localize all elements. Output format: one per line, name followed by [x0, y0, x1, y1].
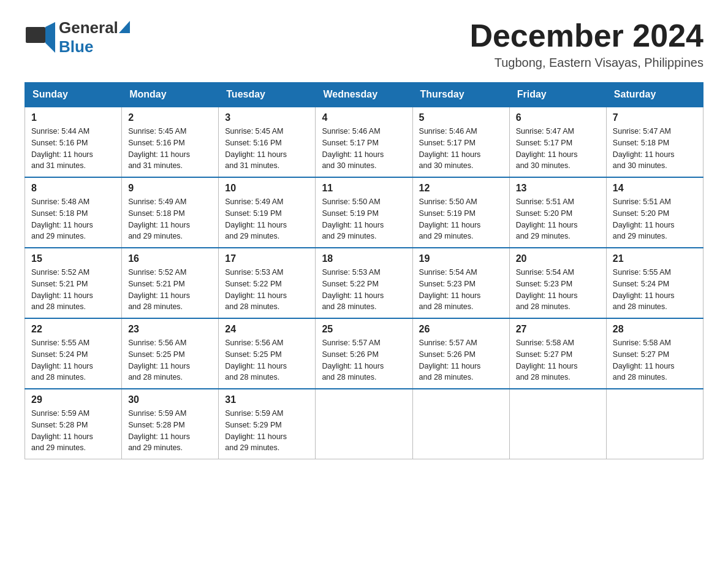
calendar-cell: 25Sunrise: 5:57 AMSunset: 5:26 PMDayligh…	[316, 318, 412, 389]
calendar-cell: 11Sunrise: 5:50 AMSunset: 5:19 PMDayligh…	[316, 177, 412, 248]
calendar-cell: 28Sunrise: 5:58 AMSunset: 5:27 PMDayligh…	[606, 318, 703, 389]
day-number: 5	[419, 112, 503, 123]
day-info: Sunrise: 5:54 AMSunset: 5:23 PMDaylight:…	[516, 267, 600, 313]
day-info: Sunrise: 5:57 AMSunset: 5:26 PMDaylight:…	[322, 337, 406, 383]
calendar-week-row: 1Sunrise: 5:44 AMSunset: 5:16 PMDaylight…	[25, 107, 703, 177]
day-info: Sunrise: 5:49 AMSunset: 5:18 PMDaylight:…	[128, 196, 212, 242]
calendar-week-row: 29Sunrise: 5:59 AMSunset: 5:28 PMDayligh…	[25, 389, 703, 459]
day-info: Sunrise: 5:44 AMSunset: 5:16 PMDaylight:…	[31, 126, 115, 172]
day-number: 7	[613, 112, 697, 123]
calendar-cell	[606, 389, 703, 459]
calendar-cell: 30Sunrise: 5:59 AMSunset: 5:28 PMDayligh…	[122, 389, 219, 459]
day-info: Sunrise: 5:54 AMSunset: 5:23 PMDaylight:…	[419, 267, 503, 313]
calendar-cell: 2Sunrise: 5:45 AMSunset: 5:16 PMDaylight…	[122, 107, 219, 177]
calendar-cell	[509, 389, 606, 459]
day-number: 11	[322, 183, 406, 194]
calendar-cell: 13Sunrise: 5:51 AMSunset: 5:20 PMDayligh…	[509, 177, 606, 248]
title-section: December 2024 Tugbong, Eastern Visayas, …	[469, 18, 703, 70]
day-number: 24	[225, 324, 309, 335]
day-number: 31	[225, 394, 309, 405]
day-info: Sunrise: 5:55 AMSunset: 5:24 PMDaylight:…	[31, 337, 115, 383]
calendar-cell: 3Sunrise: 5:45 AMSunset: 5:16 PMDaylight…	[219, 107, 316, 177]
col-tuesday: Tuesday	[219, 83, 316, 107]
day-info: Sunrise: 5:48 AMSunset: 5:18 PMDaylight:…	[31, 196, 115, 242]
location-subtitle: Tugbong, Eastern Visayas, Philippines	[469, 56, 703, 70]
day-number: 12	[419, 183, 503, 194]
day-number: 3	[225, 112, 309, 123]
day-number: 22	[31, 324, 115, 335]
calendar-week-row: 15Sunrise: 5:52 AMSunset: 5:21 PMDayligh…	[25, 248, 703, 318]
logo-mark	[25, 22, 55, 53]
day-number: 15	[31, 253, 115, 264]
calendar-cell: 4Sunrise: 5:46 AMSunset: 5:17 PMDaylight…	[316, 107, 412, 177]
calendar-cell: 22Sunrise: 5:55 AMSunset: 5:24 PMDayligh…	[25, 318, 122, 389]
day-info: Sunrise: 5:47 AMSunset: 5:17 PMDaylight:…	[516, 126, 600, 172]
col-saturday: Saturday	[606, 83, 703, 107]
day-info: Sunrise: 5:58 AMSunset: 5:27 PMDaylight:…	[516, 337, 600, 383]
calendar-cell: 8Sunrise: 5:48 AMSunset: 5:18 PMDaylight…	[25, 177, 122, 248]
day-number: 9	[128, 183, 212, 194]
calendar-cell: 1Sunrise: 5:44 AMSunset: 5:16 PMDaylight…	[25, 107, 122, 177]
calendar-cell: 17Sunrise: 5:53 AMSunset: 5:22 PMDayligh…	[219, 248, 316, 318]
day-info: Sunrise: 5:59 AMSunset: 5:28 PMDaylight:…	[128, 408, 212, 454]
col-monday: Monday	[122, 83, 219, 107]
day-info: Sunrise: 5:53 AMSunset: 5:22 PMDaylight:…	[322, 267, 406, 313]
day-info: Sunrise: 5:52 AMSunset: 5:21 PMDaylight:…	[31, 267, 115, 313]
day-number: 17	[225, 253, 309, 264]
calendar-cell: 9Sunrise: 5:49 AMSunset: 5:18 PMDaylight…	[122, 177, 219, 248]
day-info: Sunrise: 5:57 AMSunset: 5:26 PMDaylight:…	[419, 337, 503, 383]
day-info: Sunrise: 5:46 AMSunset: 5:17 PMDaylight:…	[419, 126, 503, 172]
day-number: 13	[516, 183, 600, 194]
col-thursday: Thursday	[412, 83, 509, 107]
day-info: Sunrise: 5:50 AMSunset: 5:19 PMDaylight:…	[322, 196, 406, 242]
calendar-cell: 5Sunrise: 5:46 AMSunset: 5:17 PMDaylight…	[412, 107, 509, 177]
calendar-cell	[412, 389, 509, 459]
day-number: 19	[419, 253, 503, 264]
calendar-cell: 7Sunrise: 5:47 AMSunset: 5:18 PMDaylight…	[606, 107, 703, 177]
day-number: 30	[128, 394, 212, 405]
day-number: 2	[128, 112, 212, 123]
calendar-cell: 15Sunrise: 5:52 AMSunset: 5:21 PMDayligh…	[25, 248, 122, 318]
svg-marker-3	[119, 21, 130, 33]
day-number: 28	[613, 324, 697, 335]
day-number: 4	[322, 112, 406, 123]
calendar-cell: 12Sunrise: 5:50 AMSunset: 5:19 PMDayligh…	[412, 177, 509, 248]
calendar-cell: 20Sunrise: 5:54 AMSunset: 5:23 PMDayligh…	[509, 248, 606, 318]
day-info: Sunrise: 5:53 AMSunset: 5:22 PMDaylight:…	[225, 267, 309, 313]
day-number: 26	[419, 324, 503, 335]
day-number: 18	[322, 253, 406, 264]
col-sunday: Sunday	[25, 83, 122, 107]
calendar-cell: 6Sunrise: 5:47 AMSunset: 5:17 PMDaylight…	[509, 107, 606, 177]
day-number: 23	[128, 324, 212, 335]
month-year-title: December 2024	[469, 18, 703, 53]
logo-text: General Blue	[59, 18, 131, 56]
col-wednesday: Wednesday	[316, 83, 412, 107]
day-info: Sunrise: 5:46 AMSunset: 5:17 PMDaylight:…	[322, 126, 406, 172]
svg-marker-2	[45, 43, 55, 53]
calendar-cell: 24Sunrise: 5:56 AMSunset: 5:25 PMDayligh…	[219, 318, 316, 389]
calendar-cell: 10Sunrise: 5:49 AMSunset: 5:19 PMDayligh…	[219, 177, 316, 248]
calendar-cell: 18Sunrise: 5:53 AMSunset: 5:22 PMDayligh…	[316, 248, 412, 318]
calendar-cell: 29Sunrise: 5:59 AMSunset: 5:28 PMDayligh…	[25, 389, 122, 459]
day-number: 21	[613, 253, 697, 264]
day-info: Sunrise: 5:50 AMSunset: 5:19 PMDaylight:…	[419, 196, 503, 242]
day-info: Sunrise: 5:55 AMSunset: 5:24 PMDaylight:…	[613, 267, 697, 313]
col-friday: Friday	[509, 83, 606, 107]
day-info: Sunrise: 5:52 AMSunset: 5:21 PMDaylight:…	[128, 267, 212, 313]
day-info: Sunrise: 5:58 AMSunset: 5:27 PMDaylight:…	[613, 337, 697, 383]
day-info: Sunrise: 5:56 AMSunset: 5:25 PMDaylight:…	[128, 337, 212, 383]
calendar-cell: 26Sunrise: 5:57 AMSunset: 5:26 PMDayligh…	[412, 318, 509, 389]
calendar-cell: 27Sunrise: 5:58 AMSunset: 5:27 PMDayligh…	[509, 318, 606, 389]
calendar-cell: 16Sunrise: 5:52 AMSunset: 5:21 PMDayligh…	[122, 248, 219, 318]
day-number: 27	[516, 324, 600, 335]
day-info: Sunrise: 5:51 AMSunset: 5:20 PMDaylight:…	[613, 196, 697, 242]
day-info: Sunrise: 5:45 AMSunset: 5:16 PMDaylight:…	[128, 126, 212, 172]
day-number: 25	[322, 324, 406, 335]
logo-blue: Blue	[59, 37, 93, 56]
day-info: Sunrise: 5:56 AMSunset: 5:25 PMDaylight:…	[225, 337, 309, 383]
day-info: Sunrise: 5:49 AMSunset: 5:19 PMDaylight:…	[225, 196, 309, 242]
day-number: 16	[128, 253, 212, 264]
svg-rect-0	[26, 27, 45, 43]
calendar-week-row: 8Sunrise: 5:48 AMSunset: 5:18 PMDaylight…	[25, 177, 703, 248]
day-info: Sunrise: 5:47 AMSunset: 5:18 PMDaylight:…	[613, 126, 697, 172]
